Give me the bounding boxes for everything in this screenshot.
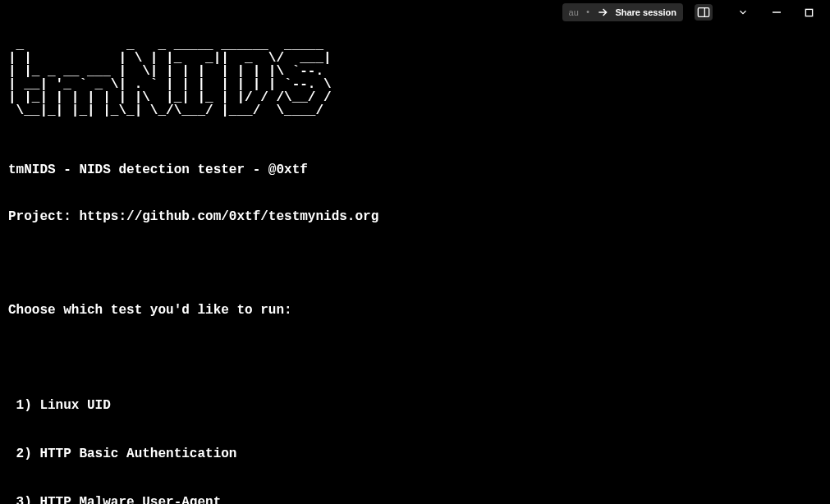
menu-prompt: Choose which test you'd like to run: — [8, 303, 822, 318]
ascii-logo: _ _ _ _____ ______ _____ | | | \ | |_ _|… — [8, 39, 822, 117]
menu-item-2: 2) HTTP Basic Authentication — [8, 445, 822, 463]
share-prefix-text: au — [569, 7, 579, 17]
app-title: tmNIDS - NIDS detection tester - @0xtf — [8, 163, 822, 177]
menu-item-3: 3) HTTP Malware User-Agent — [8, 493, 822, 504]
svg-rect-0 — [698, 8, 708, 17]
dropdown-chevron-icon[interactable] — [737, 7, 749, 18]
maximize-icon[interactable] — [805, 8, 814, 17]
terminal-output: _ _ _ _____ ______ _____ | | | \ | |_ _|… — [0, 0, 830, 504]
svg-rect-3 — [805, 9, 812, 16]
panel-split-icon[interactable] — [695, 4, 713, 21]
project-url: Project: https://github.com/0xtf/testmyn… — [8, 209, 822, 224]
separator-dot: • — [585, 7, 591, 17]
share-arrow-icon — [597, 7, 608, 18]
share-label: Share session — [615, 7, 676, 17]
share-session-button[interactable]: au • Share session — [562, 3, 683, 21]
title-bar: au • Share session — [562, 0, 814, 25]
minimize-icon[interactable] — [772, 7, 782, 17]
menu-item-1: 1) Linux UID — [8, 396, 822, 415]
window-controls — [737, 7, 814, 18]
